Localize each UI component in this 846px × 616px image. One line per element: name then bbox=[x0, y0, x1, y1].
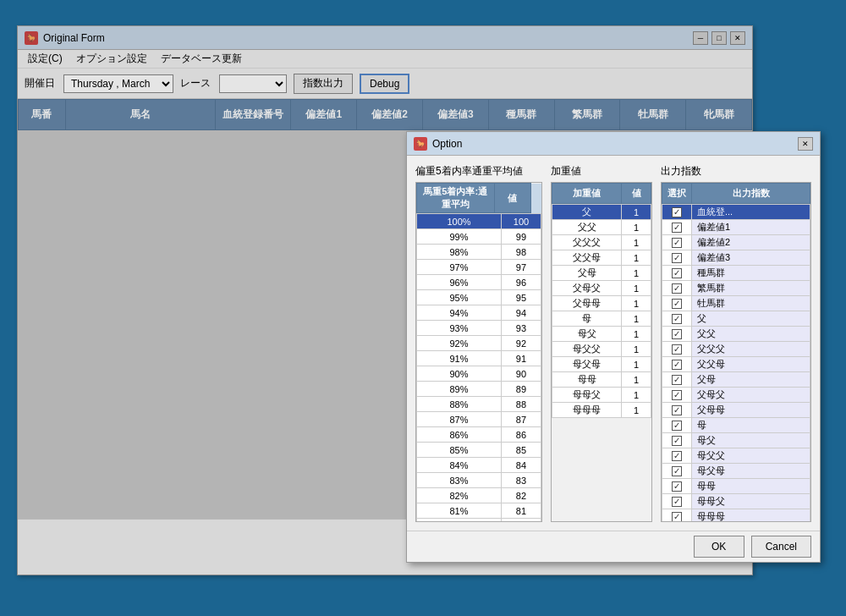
mid-scroll-area[interactable]: 父 1 父父 1 父父父 1 父父母 1 父母 1 父母父 1 父母母 1 母 … bbox=[552, 204, 651, 521]
checkbox[interactable] bbox=[672, 329, 682, 339]
ok-button[interactable]: OK bbox=[694, 536, 744, 558]
list-item[interactable]: 偏差値3 bbox=[662, 250, 810, 266]
list-item[interactable]: 父母母 1 bbox=[552, 296, 651, 311]
list-item[interactable]: 母父父 bbox=[662, 448, 810, 464]
left-data-table: 100% 100 99% 99 98% 98 97% 97 96% 96 95%… bbox=[416, 213, 541, 521]
dialog-title: Option bbox=[432, 138, 798, 150]
checkbox[interactable] bbox=[672, 451, 682, 461]
checkbox[interactable] bbox=[672, 421, 682, 431]
list-item[interactable]: 父父母 1 bbox=[552, 250, 651, 266]
dialog-title-bar: 🐎 Option ✕ bbox=[407, 132, 820, 156]
list-item[interactable]: 父母母 bbox=[662, 403, 810, 418]
list-item[interactable]: 母母 bbox=[662, 479, 810, 494]
list-item[interactable]: 90% 90 bbox=[417, 366, 541, 382]
list-item[interactable]: 父母父 1 bbox=[552, 281, 651, 296]
list-item[interactable]: 95% 95 bbox=[417, 290, 541, 305]
list-item[interactable]: 99% 99 bbox=[417, 229, 541, 245]
checkbox[interactable] bbox=[672, 223, 682, 233]
dialog-footer: OK Cancel bbox=[407, 531, 820, 562]
list-item[interactable]: 繁馬群 bbox=[662, 281, 810, 296]
list-item[interactable]: 83% 83 bbox=[417, 473, 541, 488]
checkbox[interactable] bbox=[672, 344, 682, 355]
checkbox[interactable] bbox=[672, 375, 682, 385]
list-item[interactable]: 母父母 1 bbox=[552, 357, 651, 372]
left-scroll-area[interactable]: 100% 100 99% 99 98% 98 97% 97 96% 96 95%… bbox=[416, 213, 541, 521]
list-item[interactable]: 偏差値2 bbox=[662, 235, 810, 250]
right-data-table: 血統登... 偏差値1 偏差値2 偏差値3 種馬群 繁馬群 牡馬群 父 父父 父… bbox=[662, 204, 810, 521]
cancel-button[interactable]: Cancel bbox=[751, 536, 811, 558]
list-item[interactable]: 92% 92 bbox=[417, 336, 541, 351]
list-item[interactable]: 96% 96 bbox=[417, 275, 541, 290]
list-item[interactable]: 91% 91 bbox=[417, 351, 541, 366]
list-item[interactable]: 父母父 bbox=[662, 388, 810, 403]
list-item[interactable]: 父父 bbox=[662, 327, 810, 342]
list-item[interactable]: 種馬群 bbox=[662, 266, 810, 281]
list-item[interactable]: 父父父 1 bbox=[552, 235, 651, 250]
list-item[interactable]: 93% 93 bbox=[417, 321, 541, 336]
checkbox[interactable] bbox=[672, 497, 682, 507]
list-item[interactable]: 母母母 1 bbox=[552, 403, 651, 418]
dialog-icon: 🐎 bbox=[414, 137, 427, 151]
list-item[interactable]: 82% 82 bbox=[417, 488, 541, 503]
checkbox[interactable] bbox=[672, 405, 682, 415]
list-item[interactable]: 87% 87 bbox=[417, 412, 541, 427]
mid-data-table: 父 1 父父 1 父父父 1 父父母 1 父母 1 父母父 1 父母母 1 母 … bbox=[552, 204, 651, 418]
checkbox[interactable] bbox=[672, 512, 682, 521]
dialog-close-button[interactable]: ✕ bbox=[798, 137, 813, 151]
list-item[interactable]: 97% 97 bbox=[417, 260, 541, 275]
list-item[interactable]: 母母父 bbox=[662, 494, 810, 509]
checkbox[interactable] bbox=[672, 360, 682, 370]
list-item[interactable]: 父父父 bbox=[662, 342, 810, 357]
list-item[interactable]: 100% 100 bbox=[417, 214, 541, 229]
checkbox[interactable] bbox=[672, 253, 682, 263]
right-panel: 出力指数 選択 出力指数 血統登... 偏差値1 偏差値2 偏差値3 bbox=[661, 164, 811, 522]
right-scroll-area[interactable]: 血統登... 偏差値1 偏差値2 偏差値3 種馬群 繁馬群 牡馬群 父 父父 父… bbox=[662, 204, 810, 521]
list-item[interactable]: 80% 80 bbox=[417, 519, 541, 522]
list-item[interactable]: 81% 81 bbox=[417, 503, 541, 519]
checkbox[interactable] bbox=[672, 238, 682, 248]
middle-panel-title: 加重値 bbox=[551, 164, 652, 179]
list-item[interactable]: 父父母 bbox=[662, 357, 810, 372]
list-item[interactable]: 母父 1 bbox=[552, 327, 651, 342]
list-item[interactable]: 84% 84 bbox=[417, 458, 541, 473]
dialog-body: 偏重5着内率通重平均値 馬重5着内率:通重平均 値 100% 100 99% 9… bbox=[407, 156, 820, 531]
list-item[interactable]: 98% 98 bbox=[417, 245, 541, 260]
list-item[interactable]: 偏差値1 bbox=[662, 220, 810, 235]
checkbox[interactable] bbox=[672, 481, 682, 492]
list-item[interactable]: 母父母 bbox=[662, 464, 810, 479]
right-col2-header: 出力指数 bbox=[692, 184, 810, 204]
list-item[interactable]: 94% 94 bbox=[417, 305, 541, 321]
list-item[interactable]: 母母父 1 bbox=[552, 388, 651, 403]
list-item[interactable]: 母 bbox=[662, 418, 810, 433]
list-item[interactable]: 88% 88 bbox=[417, 397, 541, 412]
list-item[interactable]: 母母 1 bbox=[552, 372, 651, 388]
left-col2-header: 値 bbox=[494, 184, 530, 213]
checkbox[interactable] bbox=[672, 299, 682, 309]
list-item[interactable]: 母父父 1 bbox=[552, 342, 651, 357]
checkbox[interactable] bbox=[672, 314, 682, 324]
list-item[interactable]: 86% 86 bbox=[417, 427, 541, 443]
list-item[interactable]: 85% 85 bbox=[417, 443, 541, 458]
list-item[interactable]: 牡馬群 bbox=[662, 296, 810, 311]
left-col1-header: 馬重5着内率:通重平均 bbox=[417, 184, 495, 213]
checkbox[interactable] bbox=[672, 390, 682, 400]
list-item[interactable]: 父母 bbox=[662, 372, 810, 388]
list-item[interactable]: 血統登... bbox=[662, 205, 810, 220]
list-item[interactable]: 父 bbox=[662, 311, 810, 327]
checkbox[interactable] bbox=[672, 466, 682, 476]
list-item[interactable]: 母母母 bbox=[662, 509, 810, 522]
checkbox[interactable] bbox=[672, 268, 682, 278]
middle-panel: 加重値 加重値 値 父 1 父父 1 父父父 1 父父母 1 bbox=[551, 164, 652, 522]
list-item[interactable]: 母 1 bbox=[552, 311, 651, 327]
list-item[interactable]: 父父 1 bbox=[552, 220, 651, 235]
checkbox[interactable] bbox=[672, 283, 682, 294]
option-dialog: 🐎 Option ✕ 偏重5着内率通重平均値 馬重5着内率:通重平均 値 bbox=[406, 131, 821, 563]
list-item[interactable]: 父 1 bbox=[552, 205, 651, 220]
list-item[interactable]: 父母 1 bbox=[552, 266, 651, 281]
list-item[interactable]: 母父 bbox=[662, 433, 810, 448]
checkbox[interactable] bbox=[672, 436, 682, 446]
checkbox[interactable] bbox=[672, 207, 682, 217]
left-panel: 偏重5着内率通重平均値 馬重5着内率:通重平均 値 100% 100 99% 9… bbox=[415, 164, 542, 522]
list-item[interactable]: 89% 89 bbox=[417, 382, 541, 397]
left-header-table: 馬重5着内率:通重平均 値 bbox=[416, 183, 541, 213]
